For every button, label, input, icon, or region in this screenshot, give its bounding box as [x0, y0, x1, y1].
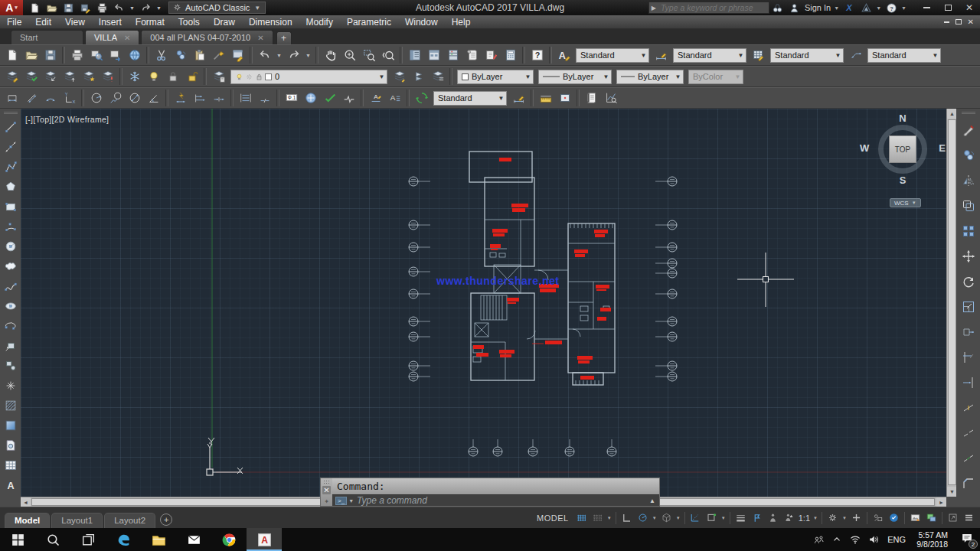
- taskbar-win-search[interactable]: [35, 528, 70, 551]
- table-button[interactable]: [2, 455, 20, 475]
- model-space-label[interactable]: MODEL: [537, 514, 569, 523]
- dim-diameter-button[interactable]: [125, 89, 144, 107]
- close-tab-icon[interactable]: ✕: [257, 34, 263, 42]
- folder-open-button[interactable]: [21, 46, 41, 64]
- dropdown-caret[interactable]: ▼: [651, 510, 658, 527]
- layer-lock-button[interactable]: [163, 67, 182, 86]
- taskbar-chrome[interactable]: [211, 528, 247, 551]
- dropdown-caret[interactable]: ▼: [606, 510, 613, 527]
- viewcube-south[interactable]: S: [872, 174, 933, 186]
- save-button[interactable]: [60, 1, 77, 15]
- customize-icon[interactable]: ✦: [324, 498, 329, 505]
- dim-baseline-button[interactable]: [190, 89, 209, 107]
- zoom-realtime-button[interactable]: [340, 46, 359, 64]
- dim-break-button[interactable]: [255, 89, 274, 107]
- plot-button[interactable]: [93, 1, 110, 15]
- redo-sm-button[interactable]: [284, 46, 303, 64]
- polyline-button[interactable]: [2, 157, 20, 177]
- lineweight-combo[interactable]: ByLayer▼: [616, 70, 684, 84]
- plot-button[interactable]: [67, 46, 87, 64]
- linetype-combo[interactable]: ByLayer▼: [538, 70, 612, 84]
- make-block-button[interactable]: [2, 356, 20, 376]
- gradient-button[interactable]: [2, 416, 20, 435]
- circle-button[interactable]: [2, 236, 20, 256]
- menu-view[interactable]: View: [58, 17, 92, 28]
- layer-isolate-button[interactable]: [79, 67, 98, 86]
- publish-button[interactable]: [106, 46, 125, 64]
- center-mark-button[interactable]: [301, 89, 320, 107]
- plot-preview-button[interactable]: [87, 46, 106, 64]
- region-button[interactable]: [2, 435, 20, 455]
- sb-iso-toggle[interactable]: [658, 510, 675, 527]
- dim-style-button[interactable]: [509, 89, 528, 107]
- a360-icon[interactable]: [858, 1, 874, 15]
- join-button[interactable]: [959, 445, 978, 471]
- menu-modify[interactable]: Modify: [299, 17, 340, 28]
- arc-button[interactable]: [2, 217, 20, 236]
- dropdown-caret[interactable]: ▼: [274, 46, 284, 64]
- zoom-window-button[interactable]: [359, 46, 378, 64]
- sb-ann-show-toggle[interactable]: [749, 510, 765, 527]
- cut-button[interactable]: [152, 46, 171, 64]
- layer-match-button[interactable]: [390, 67, 409, 86]
- ellipse-arc-button[interactable]: [2, 316, 20, 336]
- text-style-button[interactable]: A: [554, 46, 573, 64]
- app-menu-button[interactable]: A▾: [0, 0, 23, 15]
- dim-aligned-button[interactable]: [21, 89, 41, 107]
- point-button[interactable]: [2, 376, 20, 396]
- viewcube[interactable]: N S W E TOP: [872, 119, 933, 180]
- menu-tools[interactable]: Tools: [172, 17, 207, 28]
- vertical-scroll-thumb[interactable]: [948, 119, 956, 485]
- layer-list-button[interactable]: [428, 67, 447, 86]
- table-style-combo[interactable]: Standard▼: [770, 48, 844, 63]
- sb-gear-toggle[interactable]: [825, 510, 841, 527]
- sb-snap-toggle[interactable]: [590, 510, 606, 527]
- file-new-button[interactable]: [26, 1, 43, 15]
- revision-cloud-button[interactable]: [2, 256, 20, 276]
- layer-on-button[interactable]: [144, 67, 163, 86]
- file-tab-villa[interactable]: VILLA✕: [85, 30, 139, 44]
- markup-button[interactable]: [482, 46, 501, 64]
- taskbar-edge[interactable]: [106, 528, 141, 551]
- undo-sm-button[interactable]: [255, 46, 274, 64]
- layer-manager-button[interactable]: [209, 67, 228, 86]
- clock[interactable]: 5:57 AM 9/8/2018: [910, 530, 954, 549]
- folder-open-button[interactable]: [43, 1, 60, 15]
- command-expand-arrow[interactable]: ▲: [649, 497, 659, 504]
- insert-block-button[interactable]: [2, 336, 20, 356]
- dropdown-caret[interactable]: ▼: [303, 46, 313, 64]
- sb-grid-toggle[interactable]: [573, 510, 590, 527]
- move-button[interactable]: [959, 243, 978, 269]
- pan-button[interactable]: [321, 46, 340, 64]
- viewport-controls-label[interactable]: [-][Top][2D Wireframe]: [25, 115, 109, 124]
- dim-radius-button[interactable]: [87, 89, 106, 107]
- hatch-button[interactable]: [2, 396, 20, 416]
- menu-parametric[interactable]: Parametric: [340, 17, 398, 28]
- mleader-style-button[interactable]: [846, 46, 865, 64]
- dim-ordinate-button[interactable]: YX: [60, 89, 79, 107]
- measure-button[interactable]: [536, 89, 555, 107]
- file-new-button[interactable]: [2, 46, 21, 64]
- vertical-scrollbar[interactable]: ▲ ▼: [946, 109, 956, 497]
- tolerance-button[interactable]: Φ.1: [282, 89, 301, 107]
- command-window[interactable]: ✕ ✦ Command: >_ ▼ Type a command ▲: [320, 478, 660, 507]
- sign-in-button[interactable]: Sign In: [805, 3, 831, 12]
- people-icon[interactable]: [809, 528, 828, 551]
- layer-unlock-button[interactable]: [182, 67, 201, 86]
- dropdown-caret[interactable]: ▼: [127, 1, 137, 15]
- dim-text-edit-button[interactable]: A: [385, 89, 404, 107]
- graph-button[interactable]: [601, 89, 620, 107]
- help-icon[interactable]: ?: [883, 1, 900, 15]
- chevron-down-icon[interactable]: ▼: [900, 5, 908, 11]
- close-button[interactable]: ✕: [959, 1, 980, 15]
- chevron-down-icon[interactable]: ▼: [348, 498, 354, 504]
- ellipse-button[interactable]: [2, 296, 20, 316]
- new-tab-button[interactable]: +: [276, 31, 292, 44]
- tool-palettes-button[interactable]: [443, 46, 462, 64]
- dim-linear-button[interactable]: [2, 89, 21, 107]
- workspace-selector[interactable]: AutoCAD Classic ▼: [168, 2, 266, 14]
- sb-menu-toggle[interactable]: [961, 510, 977, 527]
- layout-tab-layout1[interactable]: Layout1: [51, 513, 103, 528]
- maximize-button[interactable]: [937, 1, 959, 15]
- help-button[interactable]: ?: [528, 46, 547, 64]
